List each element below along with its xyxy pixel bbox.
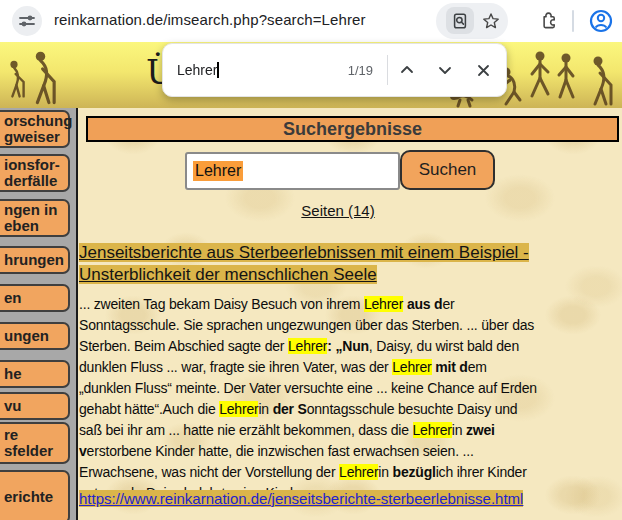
- snippet-line: Sterben. Beim Abschied sagte der Lehrer:…: [79, 336, 537, 357]
- sidebar-button[interactable]: orschunggweiser: [0, 110, 70, 148]
- snippet-bold-text: : „Nun: [327, 338, 369, 354]
- close-icon: [476, 63, 491, 78]
- sidebar-button-label: eben: [0, 218, 68, 234]
- bookmark-button[interactable]: [479, 9, 503, 33]
- find-query-text: Lehrer: [177, 62, 217, 78]
- find-match-highlight: Lehrer: [219, 401, 258, 417]
- sidebar-button[interactable]: ionsfor-derfälle: [0, 154, 70, 192]
- result-title-link[interactable]: Jenseitsberichte aus Sterbeerlebnissen m…: [79, 242, 529, 286]
- navigation-sidebar: orschunggweiserionsfor-derfällengen ineb…: [0, 108, 76, 520]
- find-query-input[interactable]: Lehrer: [177, 62, 219, 78]
- snippet-line: „dunklen Fluss“ meinte. Der Vater versuc…: [79, 378, 537, 399]
- find-bar: Lehrer 1/19: [162, 43, 507, 97]
- sidebar-button-label: derfälle: [0, 173, 68, 189]
- snippet-text: in: [378, 464, 392, 480]
- active-find-match: Lehrer: [193, 161, 243, 181]
- snippet-text: Sonntagsschule. Sie sprachen ungezwungen…: [79, 317, 534, 333]
- sidebar-button[interactable]: resfelder: [0, 422, 70, 464]
- sidebar-button-label: ngen in: [0, 202, 68, 218]
- chevron-down-icon: [437, 62, 453, 78]
- find-in-page-button[interactable]: [446, 7, 474, 34]
- snippet-text: Erwachsene, was nicht der Vorstellung de…: [79, 464, 339, 480]
- snippet-line: Erwachsene, was nicht der Vorstellung de…: [79, 462, 537, 483]
- snippet-text: ich ihrer Kinder: [436, 464, 527, 480]
- snippet-line: verstorbene Kinder hatte, die inzwischen…: [79, 441, 537, 462]
- sidebar-button[interactable]: hrungen: [0, 246, 70, 274]
- sidebar-button-label: vu: [0, 398, 68, 414]
- snippet-text: saß bei ihr am ... hatte nie erzählt bek…: [79, 422, 413, 438]
- site-info-button[interactable]: [12, 6, 42, 36]
- result-url-link[interactable]: https://www.reinkarnation.de/jenseitsber…: [79, 490, 523, 507]
- snippet-bold-text: mit d: [435, 359, 467, 375]
- sidebar-button-label: re: [0, 427, 68, 443]
- snippet-bold-text: zwei: [466, 422, 495, 438]
- sidebar-button-label: erichte: [0, 489, 68, 505]
- sidebar-button[interactable]: erichte: [0, 470, 70, 520]
- snippet-text: Sterben. Beim Abschied sagte der: [79, 338, 288, 354]
- snippet-bold-text: bezügl: [393, 464, 436, 480]
- profile-button[interactable]: [588, 8, 614, 34]
- snippet-bold-text: der S: [273, 401, 307, 417]
- sidebar-button-label: ungen: [0, 328, 68, 344]
- sidebar-button-label: en: [0, 290, 68, 306]
- sidebar-button[interactable]: ngen ineben: [0, 199, 70, 237]
- find-close-button[interactable]: [464, 52, 502, 88]
- snippet-text: „dunklen Fluss“ meinte. Der Vater versuc…: [79, 380, 537, 396]
- find-in-page-icon: [451, 12, 469, 30]
- snippet-text: em: [468, 359, 487, 375]
- result-url-text: https://www.reinkarnation.de/jenseitsber…: [79, 490, 523, 507]
- sidebar-button-label: he: [0, 366, 68, 382]
- find-match-highlight: Lehrer: [413, 422, 452, 438]
- snippet-text: dunklen Fluss ... war, fragte sie ihren …: [79, 359, 392, 375]
- result-snippet: ... zweiten Tag bekam Daisy Besuch von i…: [79, 294, 537, 504]
- sidebar-button[interactable]: vu: [0, 392, 70, 420]
- snippet-line: saß bei ihr am ... hatte nie erzählt bek…: [79, 420, 537, 441]
- snippet-text: in: [452, 422, 466, 438]
- chevron-up-icon: [399, 62, 415, 78]
- find-match-count: 1/19: [348, 63, 387, 78]
- star-icon: [481, 11, 501, 31]
- sidebar-button-label: ionsfor-: [0, 157, 68, 173]
- extensions-button[interactable]: [536, 9, 560, 33]
- find-next-button[interactable]: [426, 52, 464, 88]
- snippet-text: , Daisy, du wirst bald den: [369, 338, 519, 354]
- find-match-highlight: Lehrer: [364, 296, 403, 312]
- browser-toolbar: reinkarnation.de/imsearch.php?search=Leh…: [0, 0, 622, 42]
- sidebar-button[interactable]: ungen: [0, 322, 70, 350]
- avatar-icon: [588, 8, 614, 34]
- find-match-highlight: Lehrer: [288, 338, 327, 354]
- search-submit-button[interactable]: Suchen: [400, 150, 495, 190]
- result-title-line: Jenseitsberichte aus Sterbeerlebnissen m…: [79, 242, 529, 264]
- text-caret: [217, 62, 219, 78]
- snippet-line: dunklen Fluss ... war, fragte sie ihren …: [79, 357, 537, 378]
- results-header-bar: Suchergebnisse: [86, 116, 619, 142]
- sidebar-button[interactable]: en: [0, 284, 70, 312]
- tune-icon: [18, 12, 36, 30]
- snippet-line: Sonntagsschule. Sie sprachen ungezwungen…: [79, 315, 537, 336]
- sidebar-button-label: orschung: [0, 113, 68, 129]
- snippet-text: gehabt hätte“.Auch die: [79, 401, 219, 417]
- sidebar-button[interactable]: he: [0, 360, 70, 388]
- toolbar-separator: [572, 10, 574, 32]
- snippet-bold-text: aus d: [407, 296, 443, 312]
- result-title-line: Unsterblichkeit der menschlichen Seele: [79, 264, 529, 286]
- find-previous-button[interactable]: [388, 52, 426, 88]
- sidebar-button-label: gweiser: [0, 129, 68, 145]
- sidebar-button-label: sfelder: [0, 443, 68, 459]
- find-match-highlight: Lehrer: [392, 359, 431, 375]
- snippet-line: gehabt hätte“.Auch die Lehrerin der Sonn…: [79, 399, 537, 420]
- puzzle-icon: [538, 11, 559, 32]
- address-bar-url[interactable]: reinkarnation.de/imsearch.php?search=Leh…: [54, 11, 366, 28]
- pages-count-link[interactable]: Seiten (14): [238, 202, 438, 219]
- snippet-text: er: [442, 296, 454, 312]
- find-match-highlight: Lehrer: [339, 464, 378, 480]
- snippet-text: ... zweiten Tag bekam Daisy Besuch von i…: [79, 296, 364, 312]
- snippet-text: onntagsschule besuchte Daisy und: [307, 401, 518, 417]
- snippet-bold-text: v: [79, 443, 87, 459]
- browser-window: { "browser": { "toolbar": { "url": "rein…: [0, 0, 622, 520]
- sidebar-button-label: hrungen: [0, 252, 68, 268]
- snippet-text: erstorbene Kinder hatte, die inzwischen …: [87, 443, 474, 459]
- search-input[interactable]: Lehrer: [185, 152, 400, 190]
- snippet-text: in: [258, 401, 272, 417]
- search-results-page: Suchergebnisse Lehrer Suchen Seiten (14)…: [76, 108, 622, 520]
